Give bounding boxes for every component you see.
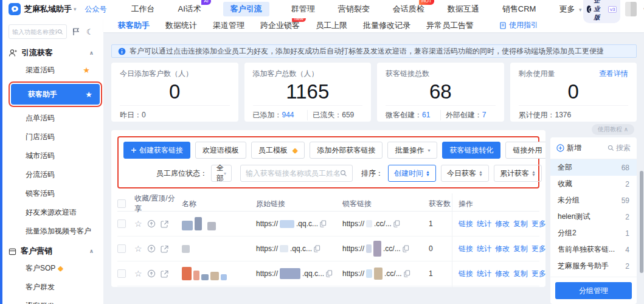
favorite-star-icon[interactable]: ☆ [134, 244, 142, 254]
action-link[interactable]: 链接 [459, 219, 473, 229]
copy-icon[interactable] [326, 270, 333, 277]
sidebar-item-lock-code[interactable]: 锁客活码 [9, 184, 103, 203]
usage-guide-link[interactable]: 使用指引 [499, 20, 538, 30]
row-checkbox[interactable] [117, 244, 126, 253]
tab-batch-modify-records[interactable]: 批量修改记录 [363, 20, 410, 31]
tab-data-statistics[interactable]: 数据统计 [165, 20, 197, 31]
official-account-link[interactable]: 公众号 [85, 4, 107, 15]
sidebar-search[interactable] [9, 24, 67, 39]
staff-template-button[interactable]: 员工模板◆ [251, 142, 305, 159]
nav-item-data-interop[interactable]: 数据互通 [446, 2, 480, 16]
share-icon[interactable] [161, 245, 168, 253]
add-external-link-button[interactable]: 添加外部获客链接 [310, 142, 383, 159]
batch-operation-dropdown[interactable]: 批量操作▾ [387, 142, 437, 159]
link-conversion-button[interactable]: 获客链接转化 [442, 142, 500, 159]
action-stats[interactable]: 统计 [477, 269, 491, 279]
copy-icon[interactable] [404, 270, 410, 277]
group-item-all[interactable]: 全部68 [550, 159, 637, 176]
group-manage-button[interactable]: 分组管理 [555, 282, 632, 299]
pin-top-icon[interactable] [147, 219, 156, 228]
sort-by-create-time[interactable]: 创建时间▲▼ [388, 165, 436, 182]
tab-cross-enterprise-lock[interactable]: 跨企业锁客new [260, 20, 300, 31]
sort-by-total[interactable]: 累计获客▲▼ [494, 165, 542, 182]
row-checkbox[interactable] [117, 219, 126, 228]
action-link[interactable]: 链接 [459, 269, 473, 279]
sidebar-item-one-by-one-broadcast[interactable]: 逐客群发 [9, 297, 103, 304]
tab-channel-management[interactable]: 渠道管理 [213, 20, 244, 31]
dark-mode-moon-icon[interactable]: ☾ [86, 28, 94, 36]
sidebar-item-channel-code[interactable]: 渠道活码 ★ [9, 61, 103, 80]
link-search-box[interactable] [240, 165, 353, 182]
quick-entry-icon[interactable] [72, 27, 81, 36]
create-link-button[interactable]: 创建获客链接 [123, 142, 190, 159]
nav-item-workbench[interactable]: 工作台 [130, 2, 156, 16]
select-all-checkbox[interactable] [117, 199, 126, 208]
action-copy[interactable]: 复制 [513, 219, 528, 229]
copy-icon[interactable] [320, 220, 327, 227]
sidebar-item-acquisition-assistant[interactable]: 获客助手 ★ [11, 84, 100, 105]
share-icon[interactable] [161, 220, 168, 228]
nav-item-ai-script[interactable]: AI话术AI [177, 2, 203, 16]
sidebar-item-order-code[interactable]: 点单活码 [9, 109, 103, 128]
sidebar-item-batch-video-customer[interactable]: 批量添加视频号客户 [9, 222, 103, 241]
favorite-star-icon[interactable]: ☆ [134, 269, 142, 278]
tab-staff-limit[interactable]: 员工上限 [316, 20, 347, 31]
sidebar-item-store-code[interactable]: 门店活码 [9, 128, 103, 147]
copy-icon[interactable] [314, 245, 320, 252]
fold-tutorial-tag[interactable]: 使用教程 ∧ [592, 124, 634, 135]
group-item-sesame-assistant[interactable]: 芝麻服务号助手2 [550, 258, 637, 274]
pin-top-icon[interactable] [147, 244, 156, 253]
group-search-button[interactable]: 搜索 [608, 143, 631, 153]
sidebar-item-city-code[interactable]: 城市活码 [9, 147, 103, 165]
nav-item-sales-crm[interactable]: 销售CRM [501, 2, 538, 16]
group-item-favorites[interactable]: 收藏2 [550, 176, 637, 192]
sort-by-today[interactable]: 今日获客▲▼ [441, 165, 489, 182]
copy-icon[interactable] [403, 245, 409, 252]
nav-item-customer-acquisition[interactable]: 客户引流 [223, 2, 269, 16]
sidebar-search-input[interactable] [12, 29, 57, 35]
sidebar-section-marketing[interactable]: 客户营销 ∧ [9, 246, 103, 257]
action-copy[interactable]: 复制 [513, 269, 528, 279]
tab-acquisition-assistant[interactable]: 获客助手 [118, 20, 150, 31]
welcome-template-button[interactable]: 欢迎语模板 [195, 142, 246, 159]
user-avatar[interactable] [625, 2, 637, 16]
action-more[interactable]: 更多 [531, 219, 545, 229]
link-external-use-button[interactable]: 链接外用◆ [505, 142, 545, 159]
pin-top-icon[interactable] [147, 269, 156, 278]
sidebar-section-acquisition[interactable]: 引流获客 ∧ [9, 47, 103, 58]
group-item-helen-test[interactable]: helen测试2 [550, 209, 637, 225]
action-edit[interactable]: 修改 [495, 244, 510, 254]
group-item-ungrouped[interactable]: 未分组59 [550, 192, 637, 209]
action-stats[interactable]: 统计 [477, 244, 491, 254]
nav-item-chat-inspection[interactable]: 会话质检HOT [392, 2, 426, 16]
action-link[interactable]: 链接 [459, 244, 473, 254]
nav-item-more[interactable]: 更多 ▾ [558, 2, 583, 16]
copy-icon[interactable] [393, 220, 400, 227]
row-checkbox[interactable] [117, 269, 126, 278]
link-search-input[interactable] [246, 169, 340, 178]
sidebar-item-split-code[interactable]: 分流活码 [9, 165, 103, 184]
star-icon[interactable]: ★ [83, 66, 90, 75]
chevron-down-icon[interactable]: ▾ [74, 6, 77, 12]
action-more[interactable]: 更多 [531, 244, 545, 254]
action-stats[interactable]: 统计 [477, 219, 491, 229]
share-icon[interactable] [161, 270, 168, 278]
favorite-star-icon[interactable]: ☆ [134, 219, 142, 229]
star-icon[interactable]: ★ [85, 90, 92, 99]
seat-status-select[interactable]: 全部▾ [211, 165, 232, 182]
action-edit[interactable]: 修改 [495, 269, 510, 279]
sidebar-item-customer-sop[interactable]: 客户SOP◆ [9, 259, 103, 278]
action-copy[interactable]: 复制 [513, 244, 528, 254]
nav-item-group-management[interactable]: 群管理 [290, 2, 316, 16]
group-item-group2[interactable]: 分组21 [550, 225, 637, 241]
sidebar-item-customer-broadcast[interactable]: 客户群发 [9, 278, 103, 297]
nav-item-marketing-fission[interactable]: 营销裂变 [337, 2, 371, 16]
view-details-link[interactable]: 查看详情 [599, 69, 628, 79]
add-group-button[interactable]: 新增 [556, 143, 581, 153]
vertical-scrollbar[interactable] [640, 171, 643, 273]
sidebar-item-friend-source-welcome[interactable]: 好友来源欢迎语 [9, 203, 103, 222]
group-item-presales-link[interactable]: 售前单独获客链...4 [550, 241, 637, 258]
tab-abnormal-staff-alert[interactable]: 异常员工告警 [426, 20, 474, 31]
action-more[interactable]: 更多 [531, 269, 545, 279]
action-edit[interactable]: 修改 [495, 219, 510, 229]
